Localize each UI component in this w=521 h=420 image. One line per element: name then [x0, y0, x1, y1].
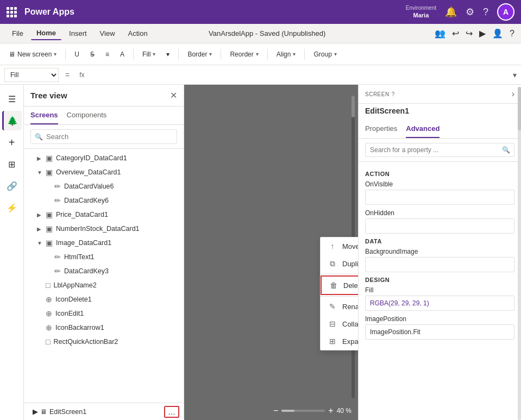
menu-action[interactable]: Action	[123, 27, 153, 40]
ctx-rename[interactable]: ✎ Rename	[321, 298, 358, 315]
ctx-expand-all[interactable]: ⊞ Expand all	[321, 333, 358, 350]
share-icon[interactable]: 👤	[492, 28, 503, 39]
tab-properties[interactable]: Properties	[365, 120, 397, 138]
tree-item-iconedit[interactable]: ⊕ IconEdit1	[24, 306, 184, 321]
reorder-button[interactable]: Reorder ▾	[225, 48, 262, 60]
prop-fill-input[interactable]	[365, 296, 514, 311]
chevron-icon: ▶	[37, 226, 43, 232]
tab-advanced[interactable]: Advanced	[406, 120, 440, 138]
section-action: ACTION	[365, 171, 514, 177]
tree-close-button[interactable]: ✕	[170, 90, 177, 101]
menu-file[interactable]: File	[7, 27, 29, 40]
sidebar-icon-menu[interactable]: ☰	[2, 89, 22, 109]
right-scrollbar[interactable]	[518, 87, 521, 420]
sidebar-icon-tree[interactable]: 🌲	[2, 111, 22, 130]
avatar[interactable]: A	[497, 3, 514, 21]
sidebar-icon-components[interactable]: ⚡	[2, 198, 22, 217]
ctx-delete[interactable]: 🗑 Delete	[321, 275, 358, 295]
collab-icon[interactable]: 👥	[435, 28, 445, 39]
play-icon[interactable]: ▶	[479, 28, 486, 39]
text-color-button[interactable]: A	[116, 48, 129, 60]
tree-item-iconbackarrow[interactable]: ⊕ IconBackarrow1	[24, 321, 184, 335]
right-panel-header: SCREEN ? ›	[359, 85, 521, 104]
expand-icon: ⊞	[328, 337, 337, 346]
border-button[interactable]: Border ▾	[183, 48, 216, 60]
tree-item-dck6[interactable]: ✏ DataCardKey6	[24, 193, 184, 208]
tab-screens[interactable]: Screens	[30, 106, 58, 124]
context-menu: ↑ Move up ⧉ Duplicate screen 🗑 Delete ✎ …	[320, 237, 358, 350]
more-options-button[interactable]: …	[164, 406, 179, 418]
top-bar-right: Environment Maria 🔔 ⚙ ? A	[406, 3, 514, 21]
group-button[interactable]: Group ▾	[309, 48, 341, 60]
underline-button[interactable]: U	[70, 48, 84, 60]
scrollbar-thumb-v[interactable]	[351, 96, 355, 117]
zoom-minus-button[interactable]: −	[273, 406, 278, 416]
formula-expand-icon[interactable]: ▾	[513, 71, 517, 79]
fill-button[interactable]: Fill ▾	[138, 48, 160, 60]
border-dropdown-arrow: ▾	[209, 51, 212, 57]
tree-bottom-editscreen[interactable]: ▶ 🖥 EditScreen1	[28, 405, 161, 418]
sidebar-icon-data[interactable]: ⊞	[2, 154, 22, 174]
ctx-move-up[interactable]: ↑ Move up	[321, 237, 358, 255]
right-tabs: Properties Advanced	[359, 120, 521, 139]
ctx-collapse-all[interactable]: ⊟ Collapse all	[321, 315, 358, 333]
undo-icon[interactable]: ↩	[452, 28, 459, 39]
tree-item-htmltext[interactable]: ✏ HtmlText1	[24, 250, 184, 264]
screen-label: SCREEN ?	[365, 91, 395, 97]
fill-dropdown-arrow: ▾	[153, 51, 155, 57]
tree-item-icondelete[interactable]: ⊕ IconDelete1	[24, 292, 184, 306]
property-search-input[interactable]	[365, 143, 514, 157]
toolbar-sep-5	[267, 49, 268, 60]
menu-insert[interactable]: Insert	[64, 27, 92, 40]
right-search: 🔍	[359, 139, 521, 162]
canvas-area[interactable]: ↑ Move up ⧉ Duplicate screen 🗑 Delete ✎ …	[184, 85, 358, 420]
prop-backgroundimage-input[interactable]	[365, 257, 514, 272]
new-screen-button[interactable]: 🖥 New screen ▾	[4, 48, 61, 60]
prop-onhidden-input[interactable]	[365, 218, 514, 234]
tree-item-numberinstock[interactable]: ▶ ▣ NumberInStock_DataCard1	[24, 222, 184, 236]
label-icon: □	[46, 281, 50, 290]
prop-onvisible-input[interactable]	[365, 190, 514, 205]
down-arrow-button[interactable]: ▾	[162, 48, 174, 60]
tree-title: Tree view	[30, 91, 67, 100]
right-scrollbar-thumb[interactable]	[518, 87, 521, 130]
notification-icon[interactable]: 🔔	[445, 6, 457, 18]
settings-icon[interactable]: ⚙	[466, 6, 474, 18]
help-icon[interactable]: ?	[483, 7, 488, 18]
tab-components[interactable]: Components	[67, 106, 107, 124]
formula-fx-button[interactable]: fx	[76, 70, 87, 80]
ctx-duplicate[interactable]: ⧉ Duplicate screen	[321, 255, 358, 273]
text-align-button[interactable]: ≡	[101, 48, 114, 60]
grid-icon[interactable]	[7, 7, 17, 17]
align-button[interactable]: Align ▾	[272, 48, 300, 60]
tree-item-dcv6[interactable]: ✏ DataCardValue6	[24, 179, 184, 193]
right-panel-screen-name: EditScreen1	[359, 104, 521, 120]
sidebar-icon-media[interactable]: 🔗	[2, 176, 22, 196]
redo-icon[interactable]: ↪	[466, 28, 473, 39]
panel-expand-icon[interactable]: ›	[512, 89, 514, 99]
strikethrough-button[interactable]: S̶	[86, 48, 99, 60]
screen-help-icon[interactable]: ?	[392, 91, 395, 97]
tree-item-overview[interactable]: ▼ ▣ Overview_DataCard1	[24, 165, 184, 179]
zoom-plus-button[interactable]: +	[328, 406, 333, 416]
menu-view[interactable]: View	[95, 27, 121, 40]
help-menu-icon[interactable]: ?	[510, 29, 514, 39]
menu-home[interactable]: Home	[31, 27, 61, 40]
tree-item-image[interactable]: ▼ ▣ Image_DataCard1	[24, 236, 184, 250]
tree-items: ▶ ▣ CategoryID_DataCard1 ▼ ▣ Overview_Da…	[24, 149, 184, 403]
sidebar-icon-add[interactable]: +	[2, 133, 22, 152]
tree-search-input[interactable]	[30, 129, 177, 144]
prop-imageposition-input[interactable]	[365, 324, 514, 340]
chevron-icon: ▼	[37, 170, 43, 175]
tree-item-categoryid[interactable]: ▶ ▣ CategoryID_DataCard1	[24, 151, 184, 165]
formula-property-dropdown[interactable]: Fill	[4, 68, 59, 82]
zoom-slider[interactable]	[281, 410, 325, 412]
formula-input[interactable]: RGBA(29, 29, 29, 1)	[92, 71, 509, 79]
tree-item-lblappname[interactable]: □ LblAppName2	[24, 278, 184, 292]
tree-item-price[interactable]: ▶ ▣ Price_DataCard1	[24, 208, 184, 222]
tree-item-dck3[interactable]: ✏ DataCardKey3	[24, 264, 184, 278]
app-title: Power Apps	[24, 7, 74, 17]
property-search-icon: 🔍	[502, 146, 510, 154]
chevron-icon: ▶	[37, 155, 43, 161]
tree-item-rectquick[interactable]: □ RectQuickActionBar2	[24, 335, 184, 349]
